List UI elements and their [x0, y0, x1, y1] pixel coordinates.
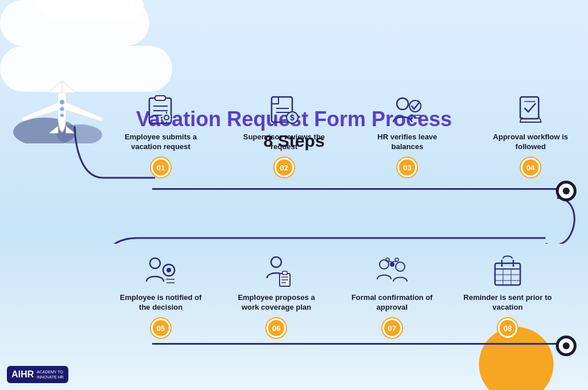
svg-rect-37	[283, 271, 287, 275]
steps-row1: Employee submits a vacation request 01	[115, 92, 577, 177]
step-04-number: 04	[521, 158, 540, 177]
row1: Employee submits a vacation request 01	[0, 92, 588, 212]
svg-point-43	[390, 262, 394, 267]
svg-line-47	[392, 261, 397, 262]
step-05-number: 05	[151, 318, 171, 338]
aihr-logo: AIHR ACADEMY TOINNOVATE HR	[7, 366, 68, 383]
step-07: Formal confirmation of approval 07	[346, 252, 438, 338]
step-05-label: Employee is notified of the decision	[115, 293, 207, 314]
row2: Employee is notified of the decision 05	[0, 252, 588, 367]
aihr-brand: AIHR	[11, 369, 34, 380]
step-03: HR verifies leave balances 03	[361, 92, 453, 177]
step-01-label: Employee submits a vacation request	[115, 132, 207, 153]
step-02: $ Supervisor reviews the request 02	[238, 92, 330, 177]
page-container: Vacation Request Form Process 8 Steps	[0, 0, 588, 390]
step-04: Approval workflow is followed 04	[485, 92, 577, 177]
svg-point-32	[167, 268, 171, 272]
step-03-number: 03	[397, 158, 417, 177]
step-05: Employee is notified of the decision 05	[115, 252, 207, 338]
step-08-number: 08	[498, 318, 517, 338]
hline-row1	[152, 188, 556, 190]
end-dot-row2	[556, 336, 577, 356]
svg-point-11	[162, 113, 171, 122]
svg-point-42	[396, 262, 405, 271]
step-01-icon	[142, 92, 180, 129]
step-08-label: Reminder is sent prior to vacation	[462, 293, 554, 314]
step-07-icon	[373, 252, 411, 290]
step-07-label: Formal confirmation of approval	[346, 293, 438, 314]
step-06-label: Employee proposes a work coverage plan	[230, 293, 322, 314]
svg-rect-48	[495, 263, 520, 285]
svg-point-27	[411, 117, 413, 119]
svg-point-30	[150, 258, 160, 268]
step-05-icon	[142, 252, 180, 290]
step-06: Employee proposes a work coverage plan 0…	[230, 252, 322, 338]
step-02-number: 02	[274, 158, 294, 177]
step-04-label: Approval workflow is followed	[485, 132, 577, 153]
step-01: Employee submits a vacation request 01	[115, 92, 207, 177]
svg-rect-28	[520, 97, 539, 119]
step-08: Reminder is sent prior to vacation 08	[462, 252, 554, 338]
hline-row2	[152, 343, 556, 345]
step-04-icon	[512, 92, 549, 129]
svg-point-35	[271, 257, 281, 267]
step-03-label: HR verifies leave balances	[361, 132, 453, 153]
step-07-number: 07	[382, 318, 402, 338]
step-06-number: 06	[266, 318, 286, 338]
aihr-tagline: ACADEMY TOINNOVATE HR	[37, 369, 64, 380]
end-dot-row1	[556, 181, 577, 201]
svg-point-26	[411, 114, 413, 116]
step-01-number: 01	[151, 158, 171, 177]
svg-text:$: $	[290, 113, 295, 122]
svg-rect-7	[155, 96, 165, 100]
step-06-icon	[258, 252, 295, 290]
timeline-area: Employee submits a vacation request 01	[0, 92, 588, 367]
steps-row2: Employee is notified of the decision 05	[115, 252, 554, 338]
svg-point-22	[397, 98, 408, 110]
step-02-label: Supervisor reviews the request	[238, 132, 330, 153]
step-08-icon	[489, 252, 526, 290]
step-03-icon	[389, 92, 426, 129]
step-02-icon: $	[265, 92, 303, 129]
